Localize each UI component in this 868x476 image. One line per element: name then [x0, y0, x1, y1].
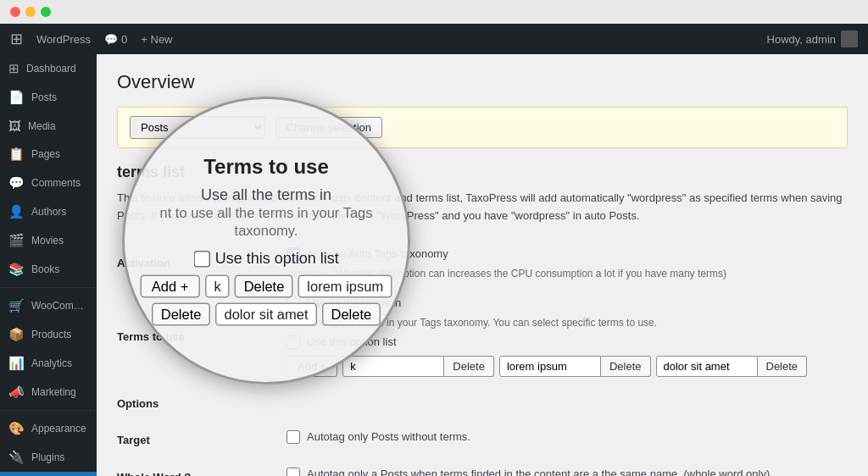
- activation-row: Activate Auto Tags taxonomy: [287, 247, 848, 261]
- sidebar-item-appearance[interactable]: 🎨 Appearance: [0, 414, 97, 443]
- movies-icon: 🎬: [8, 233, 25, 248]
- books-icon: 📚: [8, 262, 25, 277]
- section-description: This feature allows Wordpress to look in…: [117, 190, 848, 225]
- minimize-button[interactable]: [25, 7, 36, 17]
- term-item-2: Delete: [499, 356, 651, 377]
- sidebar-item-products[interactable]: 📦 Products: [0, 320, 97, 349]
- options-label: Options: [117, 385, 287, 422]
- activate-autotags-checkbox[interactable]: [287, 247, 300, 261]
- site-name[interactable]: WordPress: [36, 33, 91, 46]
- sidebar-item-posts[interactable]: 📄 Posts: [0, 83, 97, 112]
- term-item-1: Delete: [342, 356, 494, 377]
- add-term-button[interactable]: Add +: [287, 356, 337, 377]
- whole-word-checkbox[interactable]: [287, 468, 300, 476]
- divider2: [0, 410, 97, 411]
- sidebar-item-dashboard[interactable]: ⊞ Dashboard: [0, 54, 97, 83]
- admin-bar: ⊞ WordPress 💬 0 + New Howdy, admin: [0, 24, 868, 54]
- use-option-list-checkbox[interactable]: [287, 335, 300, 349]
- sidebar-item-movies[interactable]: 🎬 Movies: [0, 226, 97, 255]
- divider: [0, 287, 97, 288]
- sidebar-item-woocommerce[interactable]: 🛒 WooComme...: [0, 291, 97, 320]
- howdy-label: Howdy, admin: [767, 30, 858, 47]
- marketing-icon: 📣: [8, 385, 25, 400]
- comments-link[interactable]: 💬 0: [104, 33, 127, 46]
- autotag-only-label: Autotag only Posts without terms.: [307, 430, 470, 443]
- delete-term-button-2[interactable]: Delete: [601, 356, 651, 377]
- woocommerce-icon: 🛒: [8, 298, 25, 313]
- use-all-terms-label: Use all the terms in: [307, 296, 401, 309]
- media-icon: 🖼: [8, 119, 21, 133]
- post-type-select[interactable]: Posts: [130, 116, 265, 139]
- new-link[interactable]: + New: [141, 33, 172, 46]
- analytics-icon: 📊: [8, 356, 25, 371]
- pages-icon: 📋: [8, 147, 25, 162]
- plugins-icon: 🔌: [8, 450, 25, 465]
- notice-box: Posts Change selection: [117, 107, 848, 148]
- delete-term-button-1[interactable]: Delete: [444, 356, 494, 377]
- delete-term-button-3[interactable]: Delete: [758, 356, 808, 377]
- whole-word-checkbox-label: Autotag only a Posts when terms finded i…: [307, 468, 773, 476]
- sidebar-item-books[interactable]: 📚 Books: [0, 255, 97, 284]
- sidebar-item-taxopress[interactable]: 🏷 TaxoPress: [0, 472, 97, 476]
- activate-autotags-label: Activate Auto Tags taxonomy: [307, 247, 448, 260]
- page-title: Overview: [117, 71, 848, 93]
- use-option-list-label: Use this option list: [307, 335, 397, 348]
- use-all-terms-row: Use all the terms in: [287, 296, 848, 310]
- sidebar-item-comments[interactable]: 💬 Comments: [0, 169, 97, 197]
- main-content: Overview Posts Change selection terms li…: [97, 54, 868, 476]
- use-all-terms-hint: nt to use all the terms in your Tags tax…: [287, 317, 848, 329]
- avatar: [841, 30, 858, 47]
- settings-form: Activation Activate Auto Tags taxonomy a…: [117, 239, 848, 476]
- whole-word-label: Whole Word ?: [117, 459, 287, 476]
- posts-icon: 📄: [8, 90, 25, 105]
- use-all-terms-checkbox[interactable]: [287, 296, 300, 310]
- close-button[interactable]: [10, 7, 20, 17]
- wp-logo-icon: ⊞: [10, 30, 23, 48]
- terms-input-row: Add + Delete Delete Delete: [287, 356, 848, 377]
- use-option-list-row: Use this option list: [287, 335, 848, 349]
- dashboard-icon: ⊞: [8, 61, 19, 76]
- appearance-icon: 🎨: [8, 421, 25, 436]
- target-row: Autotag only Posts without terms.: [287, 430, 848, 444]
- section-title: terms list: [117, 163, 848, 181]
- term-input-2[interactable]: [499, 356, 601, 377]
- autotag-only-checkbox[interactable]: [287, 430, 300, 444]
- sidebar-item-pages[interactable]: 📋 Pages: [0, 140, 97, 169]
- comments-icon: 💬: [8, 175, 25, 191]
- change-selection-button[interactable]: Change selection: [275, 117, 382, 138]
- sidebar-item-authors[interactable]: 👤 Authors: [0, 197, 97, 226]
- term-input-3[interactable]: [656, 356, 758, 377]
- maximize-button[interactable]: [41, 7, 51, 17]
- titlebar: [0, 0, 868, 24]
- sidebar-item-plugins[interactable]: 🔌 Plugins: [0, 443, 97, 472]
- products-icon: 📦: [8, 327, 25, 342]
- activation-hint: axonomy. (Warning, this option can incre…: [287, 268, 848, 280]
- activation-label: Activation: [117, 239, 287, 288]
- terms-to-use-label: Terms to use: [117, 288, 287, 385]
- sidebar-item-marketing[interactable]: 📣 Marketing: [0, 378, 97, 407]
- sidebar-item-analytics[interactable]: 📊 Analytics: [0, 349, 97, 378]
- term-item-3: Delete: [656, 356, 808, 377]
- authors-icon: 👤: [8, 204, 25, 219]
- target-label: Target: [117, 422, 287, 459]
- term-input-1[interactable]: [342, 356, 444, 377]
- whole-word-row: Autotag only a Posts when terms finded i…: [287, 468, 848, 476]
- sidebar: ⊞ Dashboard 📄 Posts 🖼 Media 📋 Pages 💬 Co…: [0, 54, 97, 476]
- sidebar-item-media[interactable]: 🖼 Media: [0, 112, 97, 140]
